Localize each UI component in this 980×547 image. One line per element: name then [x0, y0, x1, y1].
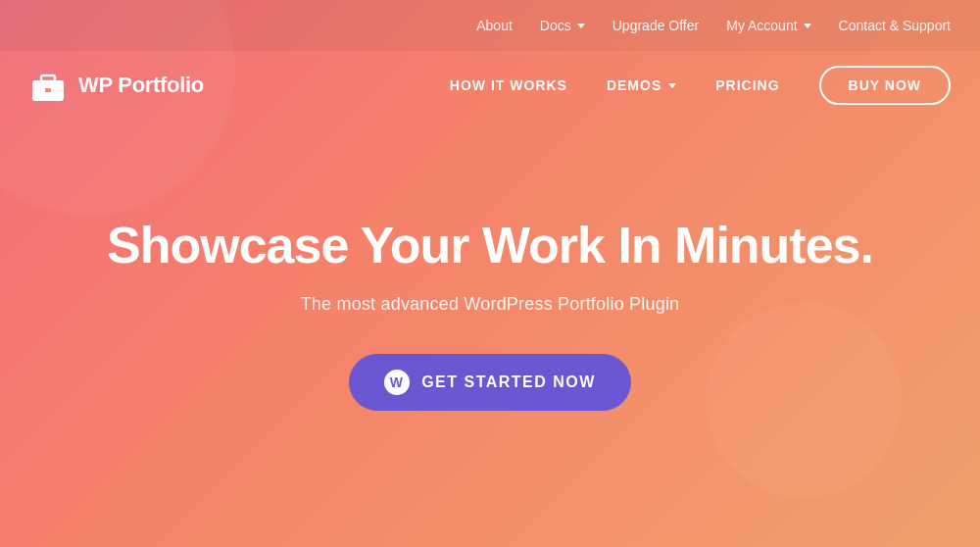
docs-chevron-icon	[577, 24, 585, 28]
topbar-link-about[interactable]: About	[476, 18, 513, 33]
logo-text: WP Portfolio	[78, 73, 204, 98]
topbar-link-upgrade[interactable]: Upgrade Offer	[612, 18, 699, 33]
nav-links: HOW IT WORKS DEMOS PRICING BUY NOW	[450, 66, 951, 105]
svg-rect-2	[32, 80, 64, 86]
page-wrapper: About Docs Upgrade Offer My Account Cont…	[0, 0, 980, 547]
hero-section: Showcase Your Work In Minutes. The most …	[0, 120, 980, 547]
nav-how-it-works[interactable]: HOW IT WORKS	[450, 77, 567, 93]
main-nav: WP Portfolio HOW IT WORKS DEMOS PRICING …	[0, 51, 980, 120]
topbar-link-contact[interactable]: Contact & Support	[839, 18, 951, 33]
buy-now-button[interactable]: BUY NOW	[819, 66, 951, 105]
cta-button[interactable]: W GET STARTED NOW	[349, 354, 631, 411]
nav-pricing[interactable]: PRICING	[715, 77, 779, 93]
hero-subtitle: The most advanced WordPress Portfolio Pl…	[301, 294, 680, 315]
myaccount-chevron-icon	[804, 24, 811, 28]
nav-demos[interactable]: DEMOS	[607, 77, 676, 93]
briefcase-icon	[29, 70, 67, 101]
topbar-link-myaccount[interactable]: My Account	[726, 18, 810, 33]
svg-rect-3	[45, 88, 51, 92]
hero-title: Showcase Your Work In Minutes.	[107, 217, 873, 275]
top-bar: About Docs Upgrade Offer My Account Cont…	[0, 0, 980, 51]
topbar-link-docs[interactable]: Docs	[540, 18, 585, 33]
wordpress-icon: W	[384, 370, 410, 395]
logo[interactable]: WP Portfolio	[29, 70, 204, 101]
demos-chevron-icon	[668, 83, 676, 88]
